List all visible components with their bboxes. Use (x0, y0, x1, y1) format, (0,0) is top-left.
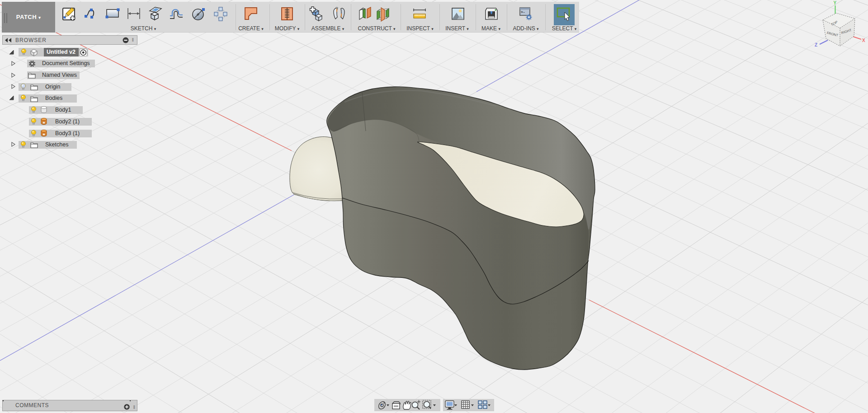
svg-text:X: X (862, 38, 865, 43)
svg-text:>-: >- (521, 10, 525, 14)
svg-text:Z: Z (815, 42, 817, 47)
svg-text:Y: Y (834, 0, 837, 5)
